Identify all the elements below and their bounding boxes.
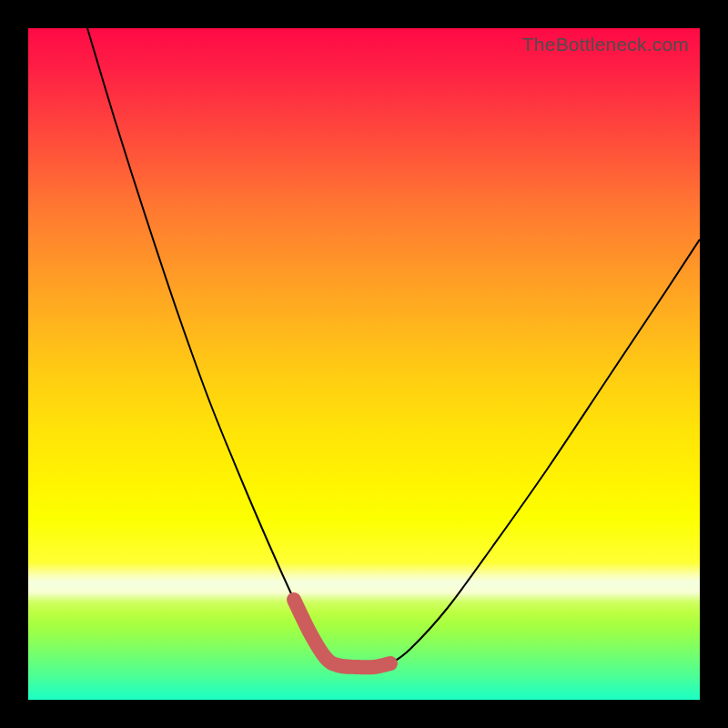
curve-svg — [28, 28, 700, 700]
trough-highlight — [294, 600, 390, 667]
bottleneck-curve — [87, 28, 700, 667]
chart-plot-area: TheBottleneck.com — [28, 28, 700, 700]
